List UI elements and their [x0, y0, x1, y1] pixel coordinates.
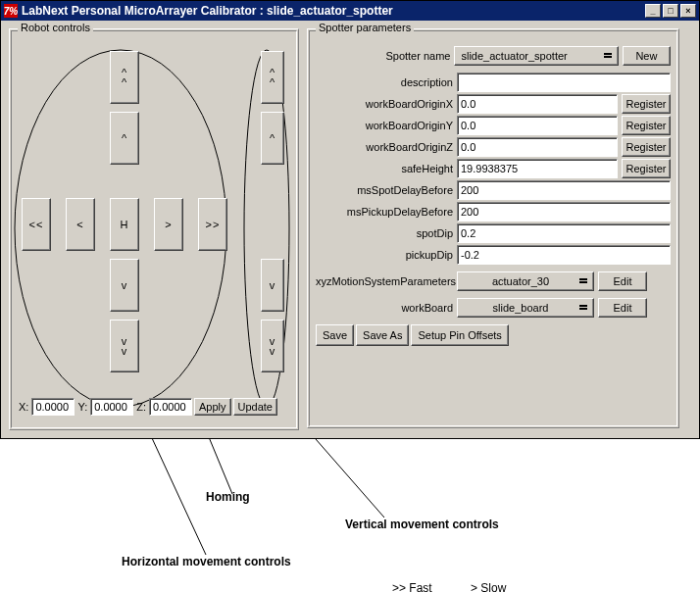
register-button-workBoardOriginY[interactable]: Register [622, 116, 671, 135]
xyz-label: xyzMotionSystemParameters [316, 275, 453, 287]
app-icon: 7% [4, 4, 18, 18]
spotter-params-legend: Spotter parameters [316, 22, 414, 33]
param-row-workBoardOriginY: workBoardOriginYRegister [316, 115, 671, 136]
param-input-msSpotDelayBefore[interactable] [457, 180, 671, 200]
annot-slow: > Slow [471, 581, 506, 592]
z-input[interactable] [149, 398, 192, 416]
workboard-dropdown[interactable]: slide_board [457, 298, 594, 318]
param-input-msPickupDelayBefore[interactable] [457, 202, 671, 222]
annot-homing: Homing [206, 490, 250, 504]
robot-controls-group: Robot controls ^ ^ ^ << < H > >> v v v ^… [9, 28, 299, 430]
param-label-spotDip: spotDip [316, 227, 453, 239]
param-input-workBoardOriginY[interactable] [457, 116, 618, 135]
param-input-pickupDip[interactable] [457, 245, 671, 265]
close-button[interactable]: × [680, 4, 696, 18]
x-input[interactable] [31, 398, 75, 416]
param-label-workBoardOriginX: workBoardOriginX [316, 98, 453, 110]
workboard-edit-button[interactable]: Edit [598, 298, 647, 318]
x-left-slow-button[interactable]: < [66, 198, 95, 251]
setup-pin-offsets-button[interactable]: Setup Pin Offsets [411, 324, 508, 346]
z-up-slow-button[interactable]: ^ [261, 112, 284, 165]
y-up-fast-button[interactable]: ^ ^ [110, 51, 139, 104]
param-row-description: description [316, 72, 671, 93]
robot-controls-legend: Robot controls [18, 22, 93, 33]
svg-line-4 [134, 439, 206, 555]
spotter-bottom-buttons: Save Save As Setup Pin Offsets [316, 324, 671, 346]
minimize-button[interactable]: _ [645, 4, 661, 18]
param-row-workBoardOriginX: workBoardOriginXRegister [316, 93, 671, 115]
register-button-safeHeight[interactable]: Register [622, 159, 671, 178]
x-left-fast-button[interactable]: << [22, 198, 51, 251]
y-input[interactable] [90, 398, 133, 416]
saveas-button[interactable]: Save As [356, 324, 409, 346]
spotter-name-label: Spotter name [316, 50, 450, 62]
annotation-lines [0, 439, 700, 592]
register-button-workBoardOriginX[interactable]: Register [622, 94, 671, 114]
workboard-label: workBoard [316, 302, 453, 314]
param-row-msPickupDelayBefore: msPickupDelayBefore [316, 201, 671, 222]
home-button[interactable]: H [110, 198, 139, 251]
app-window: 7% LabNext Personal MicroArrayer Calibra… [0, 0, 700, 439]
param-input-description[interactable] [457, 73, 671, 92]
param-row-pickupDip: pickupDip [316, 244, 671, 266]
client-area: Robot controls ^ ^ ^ << < H > >> v v v ^… [1, 21, 699, 438]
xyz-row: xyzMotionSystemParameters actuator_30 Ed… [316, 271, 671, 292]
params-list: Spotter name slide_actuator_spotter New … [316, 45, 671, 319]
x-right-slow-button[interactable]: > [154, 198, 183, 251]
param-label-safeHeight: safeHeight [316, 163, 453, 174]
y-down-slow-button[interactable]: v [110, 259, 139, 312]
annot-fast: >> Fast [392, 581, 432, 592]
param-row-workBoardOriginZ: workBoardOriginZRegister [316, 136, 671, 158]
svg-line-3 [281, 439, 384, 518]
spotter-name-dropdown[interactable]: slide_actuator_spotter [454, 46, 618, 66]
param-input-workBoardOriginZ[interactable] [457, 137, 618, 157]
param-label-pickupDip: pickupDip [316, 249, 453, 261]
param-label-workBoardOriginY: workBoardOriginY [316, 120, 453, 131]
spotter-params-group: Spotter parameters Spotter name slide_ac… [307, 28, 679, 428]
z-label: Z: [136, 401, 146, 413]
y-label: Y: [77, 401, 87, 413]
annot-horizontal: Horizontal movement controls [122, 555, 291, 568]
update-button[interactable]: Update [233, 398, 277, 416]
y-up-slow-button[interactable]: ^ [110, 112, 139, 165]
z-down-slow-button[interactable]: v [261, 259, 284, 312]
xyz-edit-button[interactable]: Edit [598, 271, 647, 291]
param-row-msSpotDelayBefore: msSpotDelayBefore [316, 179, 671, 201]
param-row-spotDip: spotDip [316, 222, 671, 244]
param-label-msSpotDelayBefore: msSpotDelayBefore [316, 184, 453, 196]
param-input-workBoardOriginX[interactable] [457, 94, 618, 114]
maximize-button[interactable]: □ [663, 4, 678, 18]
register-button-workBoardOriginZ[interactable]: Register [622, 137, 671, 157]
param-input-spotDip[interactable] [457, 223, 671, 243]
z-up-fast-button[interactable]: ^ ^ [261, 51, 284, 104]
svg-line-2 [125, 439, 232, 494]
workboard-row: workBoard slide_board Edit [316, 297, 671, 319]
param-label-workBoardOriginZ: workBoardOriginZ [316, 141, 453, 153]
param-label-msPickupDelayBefore: msPickupDelayBefore [316, 206, 453, 218]
y-down-fast-button[interactable]: v v [110, 320, 139, 372]
param-label-description: description [316, 76, 453, 88]
param-input-safeHeight[interactable] [457, 159, 618, 178]
spotter-name-row: Spotter name slide_actuator_spotter New [316, 45, 671, 67]
annotation-area: Homing Vertical movement controls Horizo… [0, 439, 700, 592]
xyz-dropdown[interactable]: actuator_30 [457, 271, 594, 291]
apply-button[interactable]: Apply [194, 398, 231, 416]
window-title: LabNext Personal MicroArrayer Calibrator… [22, 4, 643, 18]
save-button[interactable]: Save [316, 324, 354, 346]
coord-row: X: Y: Z: Apply Update [18, 398, 290, 416]
robot-grid: ^ ^ ^ << < H > >> v v v ^ ^ ^ v v v [18, 41, 290, 394]
annot-vertical: Vertical movement controls [345, 518, 499, 531]
x-right-fast-button[interactable]: >> [198, 198, 227, 251]
param-row-safeHeight: safeHeightRegister [316, 158, 671, 179]
titlebar: 7% LabNext Personal MicroArrayer Calibra… [1, 1, 699, 21]
x-label: X: [19, 401, 28, 413]
z-down-fast-button[interactable]: v v [261, 320, 284, 372]
new-button[interactable]: New [623, 46, 671, 66]
